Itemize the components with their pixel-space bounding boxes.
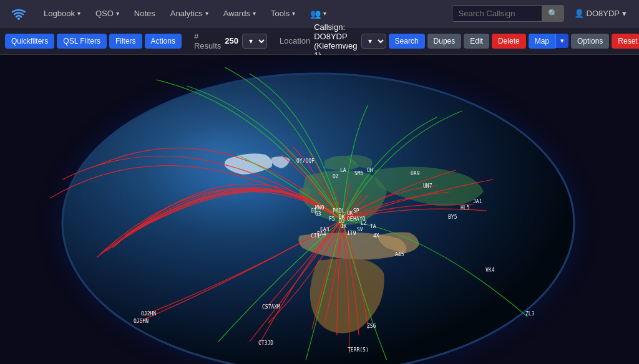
- delete-button[interactable]: Delete: [492, 34, 526, 49]
- chevron-down-icon: ▾: [77, 10, 80, 17]
- chevron-down-icon: ▾: [323, 10, 326, 17]
- user-icon: 👤: [574, 9, 584, 18]
- map-button-group: Map ▾: [529, 34, 568, 49]
- search-callsign-wrapper: 🔍: [452, 5, 564, 22]
- quickfilters-button[interactable]: Quickfilters: [5, 34, 54, 49]
- search-callsign-button[interactable]: 🔍: [542, 5, 564, 22]
- nav-notes[interactable]: Notes: [128, 5, 162, 22]
- svg-text:ZL3: ZL3: [525, 311, 535, 317]
- chevron-down-icon: ▾: [116, 10, 119, 17]
- reset-button[interactable]: Reset: [612, 34, 639, 49]
- results-section: # Results 250 ▾: [194, 32, 267, 50]
- nav-analytics[interactable]: Analytics ▾: [164, 5, 215, 22]
- nav-users[interactable]: 👥 ▾: [304, 5, 333, 22]
- app-logo: [7, 2, 30, 25]
- edit-button[interactable]: Edit: [464, 34, 489, 49]
- toolbar: Quickfilters QSL Filters Filters Actions…: [0, 27, 639, 55]
- options-button[interactable]: Options: [571, 34, 609, 49]
- map-dropdown-button[interactable]: ▾: [555, 34, 568, 48]
- results-value: 250: [225, 36, 238, 46]
- earth-globe: [62, 74, 574, 364]
- qsl-filters-button[interactable]: QSL Filters: [57, 34, 107, 49]
- chevron-down-icon: ▾: [622, 9, 627, 18]
- location-value: Callsign: DO8YDP (Kiefernweg 1): [314, 22, 357, 60]
- nav-awards[interactable]: Awards ▾: [217, 5, 262, 22]
- actions-button[interactable]: Actions: [145, 34, 182, 49]
- results-label: # Results: [194, 32, 221, 50]
- search-icon: 🔍: [548, 9, 558, 18]
- user-menu[interactable]: 👤 DO8YDP ▾: [569, 5, 632, 22]
- chevron-down-icon: ▾: [205, 10, 208, 17]
- dupes-button[interactable]: Dupes: [427, 34, 462, 49]
- filters-button[interactable]: Filters: [109, 34, 142, 49]
- svg-point-0: [17, 17, 20, 20]
- location-dropdown[interactable]: ▾: [361, 34, 386, 49]
- map-button[interactable]: Map: [529, 34, 555, 49]
- results-dropdown[interactable]: ▾: [242, 34, 267, 49]
- nav-tools[interactable]: Tools ▾: [265, 5, 301, 22]
- nav-logbook[interactable]: Logbook ▾: [37, 5, 87, 22]
- chevron-down-icon: ▾: [292, 10, 295, 17]
- users-icon: 👥: [310, 9, 321, 19]
- chevron-down-icon: ▾: [253, 10, 256, 17]
- nav-qso[interactable]: QSO ▾: [89, 5, 125, 22]
- navbar-search: 🔍 👤 DO8YDP ▾: [452, 5, 632, 22]
- location-section: Location Callsign: DO8YDP (Kiefernweg 1)…: [280, 22, 386, 60]
- search-button[interactable]: Search: [389, 34, 425, 49]
- location-label: Location: [280, 36, 310, 46]
- map-container[interactable]: OY/OQF OZ LA SM5 OH MW0 G3 GI PA DL DK D…: [0, 55, 639, 364]
